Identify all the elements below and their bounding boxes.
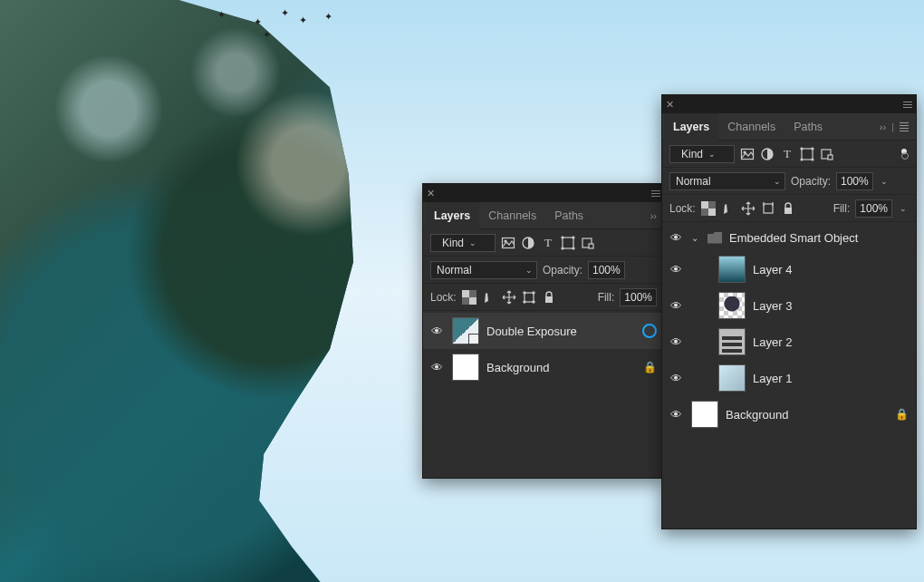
filter-smartobject-icon[interactable]: [820, 147, 834, 161]
lock-icon[interactable]: 🔒: [895, 408, 909, 421]
layer-thumbnail[interactable]: [718, 328, 746, 355]
opacity-value[interactable]: 100%: [836, 172, 873, 190]
layer-name[interactable]: Background: [726, 408, 888, 422]
opacity-value[interactable]: 100%: [588, 261, 625, 279]
filter-adjustment-icon[interactable]: [521, 236, 535, 250]
svg-point-34: [801, 148, 803, 150]
layer-name[interactable]: Layer 1: [753, 372, 909, 385]
dropdown-caret-icon[interactable]: ⌄: [900, 204, 907, 213]
fill-label[interactable]: Fill:: [833, 202, 851, 215]
svg-point-36: [801, 159, 803, 160]
bird-icon: ✦: [217, 9, 226, 21]
lock-label: Lock:: [669, 202, 696, 215]
panel-expand[interactable]: ›› |: [874, 121, 914, 133]
layer-name[interactable]: Layer 2: [753, 335, 909, 349]
panel-header[interactable]: ✕: [423, 184, 664, 202]
layer-row[interactable]: 👁 Background 🔒: [423, 349, 664, 385]
sync-status-icon[interactable]: [642, 324, 657, 338]
panel-menu-icon[interactable]: [651, 189, 660, 199]
filter-toggle[interactable]: [900, 149, 909, 160]
visibility-eye-icon[interactable]: 👁: [668, 299, 684, 313]
layer-row[interactable]: 👁 Double Exposure: [423, 313, 664, 349]
blend-mode-value: Normal: [437, 264, 472, 276]
lock-all-icon[interactable]: [781, 201, 795, 216]
visibility-eye-icon[interactable]: 👁: [428, 325, 445, 338]
group-name[interactable]: Embedded Smart Object: [729, 231, 909, 245]
visibility-eye-icon[interactable]: 👁: [668, 335, 684, 349]
lock-artboard-icon[interactable]: [522, 290, 536, 305]
panel-menu-icon[interactable]: [903, 100, 912, 110]
tab-layers[interactable]: Layers: [664, 113, 718, 141]
lock-position-icon[interactable]: [741, 201, 756, 216]
layer-thumbnail[interactable]: [452, 354, 479, 381]
fill-value[interactable]: 100%: [855, 199, 892, 218]
visibility-eye-icon[interactable]: 👁: [668, 263, 684, 276]
panel-tabs: Layers Channels Paths ›› |: [662, 113, 916, 141]
dropdown-caret-icon: ⌄: [774, 177, 781, 186]
dropdown-caret-icon: ⌄: [469, 238, 476, 247]
layer-row[interactable]: 👁 Layer 3: [662, 287, 916, 324]
tab-paths[interactable]: Paths: [784, 113, 832, 141]
svg-rect-44: [764, 204, 773, 213]
bird-icon: ✦: [263, 29, 271, 41]
layer-name[interactable]: Background: [486, 361, 636, 374]
svg-text:T: T: [544, 236, 552, 249]
layer-thumbnail[interactable]: [718, 256, 746, 283]
tab-layers[interactable]: Layers: [425, 202, 479, 229]
layer-name[interactable]: Layer 4: [753, 263, 909, 276]
svg-rect-2: [503, 238, 515, 247]
layer-thumbnail[interactable]: [691, 401, 718, 428]
layer-thumbnail[interactable]: [718, 292, 746, 319]
chevron-down-icon[interactable]: ⌄: [691, 233, 698, 243]
visibility-eye-icon[interactable]: 👁: [428, 361, 445, 374]
panel-menu-icon[interactable]: [900, 121, 909, 133]
filter-type-icon[interactable]: T: [541, 236, 555, 250]
opacity-label[interactable]: Opacity:: [543, 264, 582, 276]
lock-image-icon[interactable]: [482, 290, 496, 305]
visibility-eye-icon[interactable]: 👁: [668, 408, 684, 422]
svg-rect-15: [469, 290, 476, 297]
visibility-eye-icon[interactable]: 👁: [668, 231, 684, 245]
layer-row[interactable]: 👁 Layer 4: [662, 251, 916, 287]
filter-pixel-icon[interactable]: [740, 147, 755, 161]
panel-expand[interactable]: ››: [645, 210, 662, 221]
tab-channels[interactable]: Channels: [479, 202, 545, 229]
lock-artboard-icon[interactable]: [761, 201, 775, 216]
lock-transparency-icon[interactable]: [701, 201, 716, 216]
layer-thumbnail[interactable]: [718, 364, 746, 392]
layer-name[interactable]: Double Exposure: [486, 325, 635, 338]
filter-kind-select[interactable]: Kind ⌄: [669, 145, 735, 163]
lock-icon[interactable]: 🔒: [643, 361, 657, 373]
layer-row[interactable]: 👁 Layer 1: [662, 360, 916, 396]
lock-position-icon[interactable]: [502, 290, 516, 305]
layer-group-row[interactable]: 👁 ⌄ Embedded Smart Object: [662, 224, 916, 251]
opacity-label[interactable]: Opacity:: [791, 175, 831, 188]
layer-name[interactable]: Layer 3: [753, 299, 909, 313]
tab-channels[interactable]: Channels: [718, 113, 784, 141]
filter-shape-icon[interactable]: [561, 236, 575, 250]
filter-type-icon[interactable]: T: [780, 147, 794, 161]
filter-adjustment-icon[interactable]: [760, 147, 775, 161]
lock-row: Lock: Fill: 100%: [423, 284, 664, 311]
visibility-eye-icon[interactable]: 👁: [668, 372, 684, 385]
close-icon[interactable]: ✕: [427, 188, 435, 199]
blend-mode-select[interactable]: Normal ⌄: [669, 172, 785, 190]
filter-pixel-icon[interactable]: [501, 236, 515, 250]
layer-thumbnail[interactable]: [452, 317, 479, 344]
blend-mode-select[interactable]: Normal ⌄: [430, 261, 537, 279]
layer-row[interactable]: 👁 Layer 2: [662, 324, 916, 360]
layer-row[interactable]: 👁 Background 🔒: [662, 396, 916, 432]
filter-kind-select[interactable]: Kind ⌄: [430, 234, 496, 252]
filter-smartobject-icon[interactable]: [581, 236, 595, 250]
dropdown-caret-icon[interactable]: ⌄: [881, 177, 888, 186]
fill-value[interactable]: 100%: [620, 288, 657, 306]
fill-label[interactable]: Fill:: [598, 291, 615, 304]
tab-paths[interactable]: Paths: [545, 202, 592, 229]
lock-transparency-icon[interactable]: [462, 290, 476, 305]
svg-rect-43: [701, 209, 708, 216]
close-icon[interactable]: ✕: [666, 99, 674, 111]
filter-shape-icon[interactable]: [800, 147, 814, 161]
lock-image-icon[interactable]: [721, 201, 736, 216]
panel-header[interactable]: ✕: [662, 95, 916, 113]
lock-all-icon[interactable]: [542, 290, 556, 305]
